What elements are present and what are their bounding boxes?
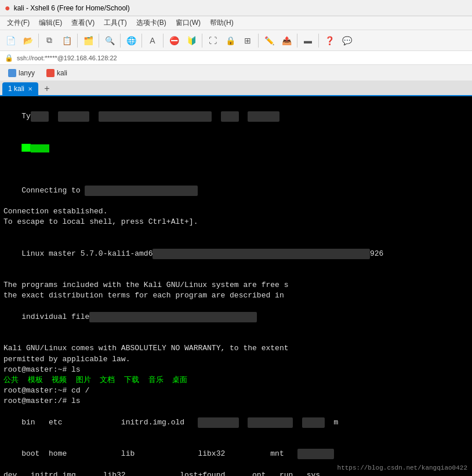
terminal-ls-cmd: root@master:~# ls (3, 365, 469, 375)
toolbar-sep10 (318, 34, 319, 48)
toolbar-expand[interactable]: ⛶ (205, 32, 221, 49)
toolbar-copy[interactable]: ⧉ (41, 32, 57, 49)
terminal-blank-4 (3, 333, 469, 343)
toolbar-sep1 (38, 34, 39, 48)
terminal-linux: Linux master 5.7.0-kali1-amd6███ ██ ████… (3, 238, 469, 270)
terminal-permitted: permitted by applicable law. (3, 354, 469, 365)
blurred-text-3: █████████████████████████ (99, 111, 212, 122)
toolbar-sep6 (163, 34, 164, 48)
terminal-ls-output: 公共 模板 视频 图片 文档 下载 音乐 桌面 (3, 375, 469, 386)
menu-view[interactable]: 查看(V) (67, 17, 99, 29)
toolbar-sep4 (120, 34, 121, 48)
terminal-ls2-line1: bin etc initrd.img.old █████████ ███████… (3, 406, 469, 438)
bookmark-lanyy-icon (8, 69, 16, 77)
menu-help[interactable]: 帮助(H) (205, 17, 238, 29)
tab-close-icon[interactable]: ✕ (28, 86, 32, 92)
app-icon: ● (5, 3, 10, 13)
toolbar-sep2 (77, 34, 78, 48)
blurred-ls2: ██████████ (248, 417, 293, 428)
terminal-ls2-cmd: root@master:/# ls (3, 396, 469, 406)
blurred-path: █████████████████████████████████████ (89, 312, 257, 322)
terminal[interactable]: Ty████ ███████ █████████████████████████… (0, 96, 472, 476)
bookmark-lanyy-label: lanyy (19, 69, 35, 77)
green-block (31, 144, 49, 152)
toolbar-open[interactable]: 📂 (20, 32, 36, 49)
toolbar: 📄 📂 ⧉ 📋 🗂️ 🔍 🌐 A ⛔ 🔰 ⛶ 🔒 ⊞ ✏️ 📤 ▬ ❓ 💬 (0, 30, 472, 51)
terminal-terms: the exact distribution terms for each pr… (3, 290, 469, 301)
ssh-bar: 🔒 ssh://root:*****@192.168.46.128:22 (0, 51, 472, 65)
tab-kali-label: 1 kali (8, 85, 24, 93)
terminal-escape: To escape to local shell, press Ctrl+Alt… (3, 217, 469, 227)
blurred-ls1: █████████ (198, 417, 238, 428)
menu-edit[interactable]: 编辑(E) (34, 17, 67, 29)
toolbar-btn2[interactable]: 🔰 (183, 32, 199, 49)
lock-icon: 🔒 (5, 54, 13, 62)
terminal-established: Connection established. (3, 206, 469, 217)
menu-file[interactable]: 文件(F) (2, 17, 34, 29)
toolbar-grid[interactable]: ⊞ (239, 32, 256, 49)
bookmarks-bar: lanyy kali (0, 65, 472, 81)
green-text: ██ (21, 144, 31, 152)
blurred-text-4: ████ (221, 111, 239, 122)
bookmark-kali[interactable]: kali (43, 68, 71, 78)
terminal-blank-3 (3, 270, 469, 280)
toolbar-sep5 (141, 34, 142, 48)
terminal-cd-cmd: root@master:~# cd / (3, 386, 469, 396)
blurred-text-1: ████ (31, 111, 49, 122)
toolbar-globe[interactable]: 🌐 (123, 32, 139, 49)
menu-tools[interactable]: 工具(T) (99, 17, 131, 29)
blurred-ls3: █████ (302, 417, 325, 428)
toolbar-sep3 (99, 34, 99, 48)
terminal-connecting: Connecting to ███ ███ ███ ██████████ (3, 175, 469, 206)
terminal-blank-2 (3, 227, 469, 238)
menu-bar: 文件(F) 编辑(E) 查看(V) 工具(T) 选项卡(B) 窗口(W) 帮助(… (0, 16, 472, 30)
toolbar-lock[interactable]: 🔒 (222, 32, 238, 49)
toolbar-folder[interactable]: 🗂️ (80, 32, 96, 49)
ssh-address: ssh://root:*****@192.168.46.128:22 (17, 54, 117, 61)
terminal-blank-1 (3, 164, 469, 175)
toolbar-sep8 (258, 34, 259, 48)
bookmark-lanyy[interactable]: lanyy (5, 68, 38, 78)
terminal-warranty: Kali GNU/Linux comes with ABSOLUTELY NO … (3, 343, 469, 354)
bookmark-kali-icon (46, 69, 55, 77)
tab-bar: 1 kali ✕ + (0, 81, 472, 96)
toolbar-chat[interactable]: 💬 (339, 32, 355, 49)
toolbar-search[interactable]: 🔍 (101, 32, 118, 49)
toolbar-paste[interactable]: 📋 (59, 32, 75, 49)
toolbar-edit-btn[interactable]: ✏️ (261, 32, 277, 49)
blurred-text-2: ███████ (58, 111, 90, 122)
blurred-ip: ███ ███ ███ ██████████ (85, 186, 198, 196)
title-bar: ● kali - Xshell 6 (Free for Home/School) (0, 0, 472, 16)
terminal-line-2: ██ (3, 133, 469, 165)
terminal-programs: The programs included with the Kali GNU/… (3, 280, 469, 290)
toolbar-upload[interactable]: 📤 (278, 32, 295, 49)
blurred-ls4: ████████ (297, 449, 333, 459)
watermark: https://blog.csdn.net/kangqiao0422 (337, 464, 467, 473)
tab-kali[interactable]: 1 kali ✕ (2, 82, 38, 95)
toolbar-red-btn[interactable]: ⛔ (166, 32, 182, 49)
terminal-individual: individual file█████████████████████████… (3, 301, 469, 333)
menu-tabs[interactable]: 选项卡(B) (132, 17, 171, 29)
toolbar-font[interactable]: A (144, 32, 161, 49)
blurred-kernel: ███ ██ █████████████ ██ ████████████████… (153, 249, 369, 259)
menu-window[interactable]: 窗口(W) (171, 17, 205, 29)
window-title: kali - Xshell 6 (Free for Home/School) (14, 4, 130, 12)
blurred-text-5: ███████ (248, 111, 279, 122)
tab-add-button[interactable]: + (41, 82, 53, 95)
toolbar-sep7 (202, 34, 202, 48)
toolbar-help[interactable]: ❓ (321, 32, 337, 49)
toolbar-new[interactable]: 📄 (2, 32, 19, 49)
terminal-line-1: Ty████ ███████ █████████████████████████… (3, 101, 469, 133)
toolbar-bars[interactable]: ▬ (300, 32, 316, 49)
bookmark-kali-label: kali (57, 69, 67, 77)
toolbar-sep9 (297, 34, 297, 48)
